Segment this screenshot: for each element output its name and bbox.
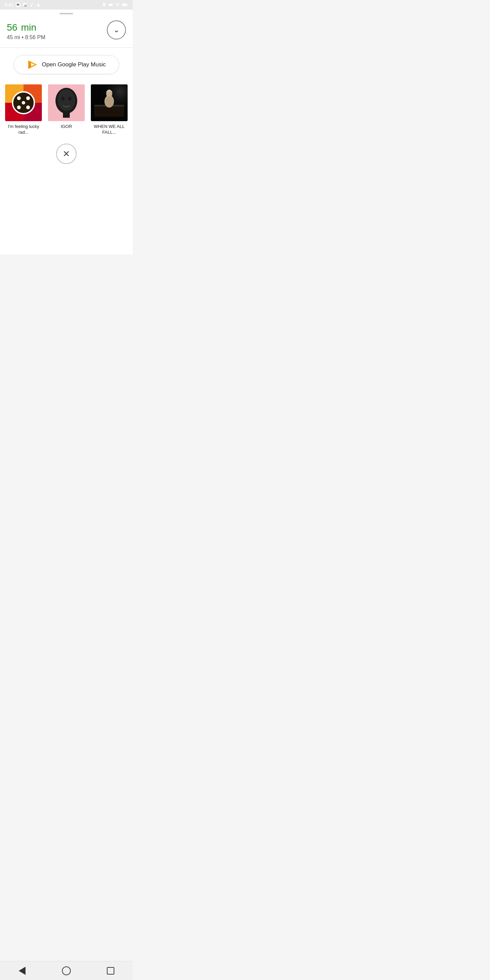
svg-point-9 [57, 89, 75, 111]
status-left: 8:01 [5, 2, 41, 8]
billie-scene-svg [91, 84, 127, 121]
music-note-icon [29, 2, 34, 7]
album-art-igor [48, 84, 85, 121]
vibrate-icon [108, 2, 113, 7]
collapse-button[interactable]: ⌄ [107, 21, 126, 40]
svg-point-2 [24, 4, 24, 5]
svg-rect-5 [127, 4, 128, 5]
nav-separator: • [22, 34, 25, 40]
svg-rect-18 [91, 84, 127, 121]
chevron-down-icon: ⌄ [113, 26, 119, 34]
nav-distance: 45 mi [7, 34, 20, 40]
divider [0, 47, 133, 48]
main-content: 56 min 45 mi • 8:56 PM ⌄ [0, 10, 133, 255]
albums-grid: I'm feeling lucky rad... [0, 84, 133, 135]
album-item-radio[interactable]: I'm feeling lucky rad... [5, 84, 42, 135]
dice-circle [12, 91, 35, 115]
location-icon [102, 2, 107, 7]
navigation-icon [36, 2, 41, 7]
wifi-icon [115, 2, 120, 7]
open-google-play-music-button[interactable]: Open Google Play Music [14, 55, 119, 74]
status-bar: 8:01 [0, 0, 133, 10]
svg-rect-8 [63, 112, 70, 118]
spotify-icon [16, 2, 21, 7]
album-label-radio: I'm feeling lucky rad... [5, 124, 42, 135]
open-music-label: Open Google Play Music [42, 61, 106, 68]
google-play-music-logo [27, 59, 38, 70]
status-right [102, 2, 128, 7]
nav-info: 56 min 45 mi • 8:56 PM ⌄ [0, 16, 133, 47]
close-icon: ✕ [63, 150, 70, 158]
album-art-billie [91, 84, 127, 121]
svg-point-10 [61, 97, 65, 101]
nav-time-block: 56 min 45 mi • 8:56 PM [7, 19, 45, 40]
nav-eta: 8:56 PM [25, 34, 46, 40]
image-icon [22, 2, 27, 7]
album-item-igor[interactable]: IGOR [48, 84, 85, 135]
dice-face [17, 96, 30, 109]
album-label-billie: WHEN WE ALL FALL... [91, 124, 127, 135]
nav-details: 45 mi • 8:56 PM [7, 34, 45, 40]
battery-icon [122, 3, 128, 7]
status-time: 8:01 [5, 2, 14, 8]
nav-duration: 56 min [7, 19, 45, 34]
igor-face-svg [48, 84, 85, 121]
drag-handle[interactable] [0, 10, 133, 16]
drag-handle-bar [60, 13, 73, 14]
album-label-igor: IGOR [60, 124, 72, 130]
nav-duration-number: 56 [7, 22, 18, 33]
svg-point-11 [68, 97, 72, 101]
close-button[interactable]: ✕ [56, 143, 76, 164]
svg-rect-4 [122, 4, 126, 5]
album-art-radio [5, 84, 42, 121]
nav-duration-unit: min [21, 22, 37, 33]
album-item-billie[interactable]: WHEN WE ALL FALL... [91, 84, 127, 135]
